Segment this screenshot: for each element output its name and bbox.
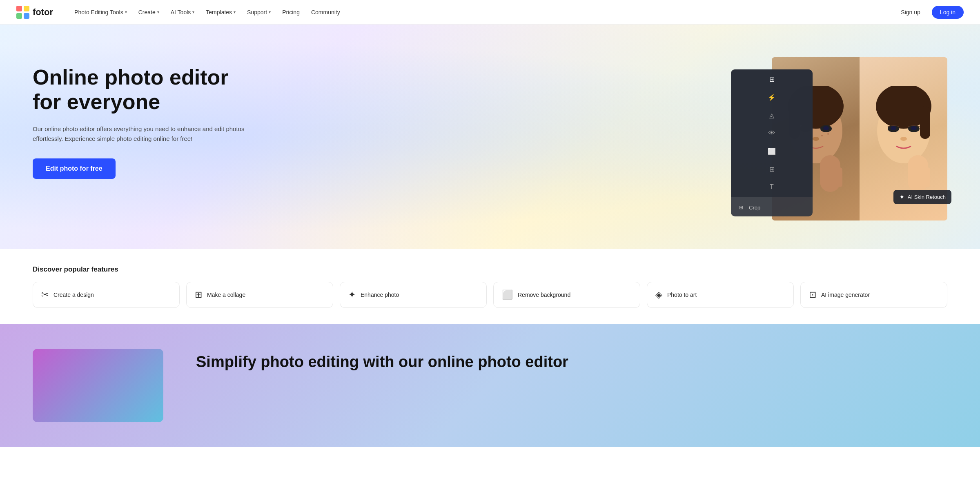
bottom-section: Simplify photo editing with our online p… <box>0 324 980 447</box>
nav-label: Community <box>311 9 340 16</box>
feature-card-create-design[interactable]: ✂ Create a design <box>33 282 180 308</box>
svg-rect-30 <box>912 167 918 188</box>
sidebar-icon-group[interactable]: ⊞ <box>766 163 777 175</box>
ai-icon: ✦ <box>899 193 904 201</box>
enhance-photo-icon: ✦ <box>348 290 356 300</box>
bottom-text: Simplify photo editing with our online p… <box>196 349 947 372</box>
svg-rect-18 <box>824 167 830 188</box>
nav-label: Create <box>138 9 156 16</box>
brand-name: fotor <box>33 7 53 18</box>
logo-icon <box>16 6 29 19</box>
feature-cards: ✂ Create a design ⊞ Make a collage ✦ Enh… <box>33 282 947 308</box>
menu-label: Crop <box>749 205 760 211</box>
feature-card-photo-to-art[interactable]: ◈ Photo to art <box>647 282 794 308</box>
svg-rect-3 <box>24 13 29 19</box>
chevron-down-icon: ▾ <box>125 10 127 14</box>
svg-point-16 <box>821 135 823 136</box>
svg-point-10 <box>823 126 829 130</box>
login-button[interactable]: Log in <box>932 6 964 19</box>
nav-templates[interactable]: Templates ▾ <box>201 7 241 18</box>
bottom-title: Simplify photo editing with our online p… <box>196 353 947 372</box>
nav-links: Photo Editing Tools ▾ Create ▾ AI Tools … <box>69 7 896 18</box>
signup-button[interactable]: Sign up <box>896 7 925 18</box>
hero-visual: ⊞ ⚡ ◬ 👁 ⬜ ⊞ T ⊞ Crop <box>261 57 947 225</box>
ai-skin-retouch-badge: ✦ AI Skin Retouch <box>893 190 951 204</box>
svg-rect-0 <box>16 6 22 11</box>
feature-card-remove-background[interactable]: ⬜ Remove background <box>493 282 640 308</box>
sidebar-icon-beauty[interactable]: ◬ <box>766 109 777 121</box>
nav-label: Support <box>247 9 267 16</box>
menu-item-resize[interactable]: ⬜ Resize <box>731 215 813 216</box>
nav-label: Pricing <box>282 9 300 16</box>
feature-label: Create a design <box>53 292 94 298</box>
hero-subtitle: Our online photo editor offers everythin… <box>33 124 245 144</box>
sidebar-icon-text[interactable]: T <box>766 181 777 193</box>
feature-label: Enhance photo <box>361 292 399 298</box>
face-illustration-right <box>871 86 936 192</box>
hero-text: Online photo editor for everyone Our onl… <box>33 57 245 179</box>
remove-bg-icon: ⬜ <box>502 290 513 300</box>
logo[interactable]: fotor <box>16 6 53 19</box>
sidebar-icon-eye[interactable]: 👁 <box>766 127 777 139</box>
bottom-image <box>33 349 163 422</box>
nav-support[interactable]: Support ▾ <box>242 7 276 18</box>
sidebar-icon-shape[interactable]: ⬜ <box>766 145 777 157</box>
nav-pricing[interactable]: Pricing <box>277 7 305 18</box>
hero-content: Online photo editor for everyone Our onl… <box>0 24 980 249</box>
nav-photo-editing-tools[interactable]: Photo Editing Tools ▾ <box>69 7 132 18</box>
hero-section: Online photo editor for everyone Our onl… <box>0 24 980 249</box>
editor-sidebar: ⊞ ⚡ ◬ 👁 ⬜ ⊞ T ⊞ Crop <box>731 69 813 216</box>
svg-point-26 <box>891 126 896 130</box>
feature-card-make-collage[interactable]: ⊞ Make a collage <box>186 282 333 308</box>
chevron-down-icon: ▾ <box>192 10 194 14</box>
chevron-down-icon: ▾ <box>234 10 236 14</box>
svg-point-15 <box>827 133 829 135</box>
sidebar-icon-grid[interactable]: ⊞ <box>766 74 777 85</box>
nav-label: AI Tools <box>171 9 191 16</box>
svg-point-27 <box>911 126 917 130</box>
nav-label: Photo Editing Tools <box>74 9 123 16</box>
svg-rect-23 <box>920 106 930 139</box>
nav-ai-tools[interactable]: AI Tools ▾ <box>166 7 200 18</box>
feature-label: AI image generator <box>821 292 870 298</box>
svg-rect-20 <box>837 167 842 187</box>
crop-icon: ⊞ <box>737 204 745 211</box>
svg-point-28 <box>900 137 907 141</box>
svg-rect-1 <box>24 6 29 11</box>
feature-label: Photo to art <box>667 292 697 298</box>
create-design-icon: ✂ <box>41 290 49 300</box>
feature-label: Remove background <box>518 292 570 298</box>
nav-community[interactable]: Community <box>306 7 345 18</box>
sidebar-menu: ⊞ Crop ⬜ Resize ↻ Rotate & Flip ✦ <box>731 197 813 216</box>
feature-label: Make a collage <box>207 292 245 298</box>
discover-section: Discover popular features ✂ Create a des… <box>0 249 980 324</box>
navbar: fotor Photo Editing Tools ▾ Create ▾ AI … <box>0 0 980 24</box>
ai-image-gen-icon: ⊡ <box>809 290 816 300</box>
nav-right: Sign up Log in <box>896 6 964 19</box>
svg-rect-19 <box>831 165 837 187</box>
chevron-down-icon: ▾ <box>269 10 271 14</box>
nav-create[interactable]: Create ▾ <box>134 7 164 18</box>
photo-to-art-icon: ◈ <box>655 290 662 300</box>
make-collage-icon: ⊞ <box>195 290 202 300</box>
editor-mockup: ⊞ ⚡ ◬ 👁 ⬜ ⊞ T ⊞ Crop <box>731 57 947 225</box>
ai-badge-label: AI Skin Retouch <box>908 194 946 200</box>
hero-cta-button[interactable]: Edit photo for free <box>33 158 116 179</box>
svg-rect-32 <box>925 167 930 187</box>
feature-card-enhance-photo[interactable]: ✦ Enhance photo <box>340 282 487 308</box>
menu-item-crop[interactable]: ⊞ Crop <box>731 200 813 215</box>
svg-point-11 <box>813 137 819 141</box>
discover-title: Discover popular features <box>33 265 947 274</box>
svg-rect-31 <box>919 165 924 187</box>
sidebar-icon-adjust[interactable]: ⚡ <box>766 91 777 103</box>
hero-title: Online photo editor for everyone <box>33 65 245 114</box>
sidebar-top-icons: ⊞ ⚡ ◬ 👁 ⬜ ⊞ T <box>731 69 813 197</box>
chevron-down-icon: ▾ <box>157 10 159 14</box>
nav-label: Templates <box>206 9 232 16</box>
feature-card-ai-image-generator[interactable]: ⊡ AI image generator <box>800 282 947 308</box>
svg-rect-2 <box>16 13 22 19</box>
